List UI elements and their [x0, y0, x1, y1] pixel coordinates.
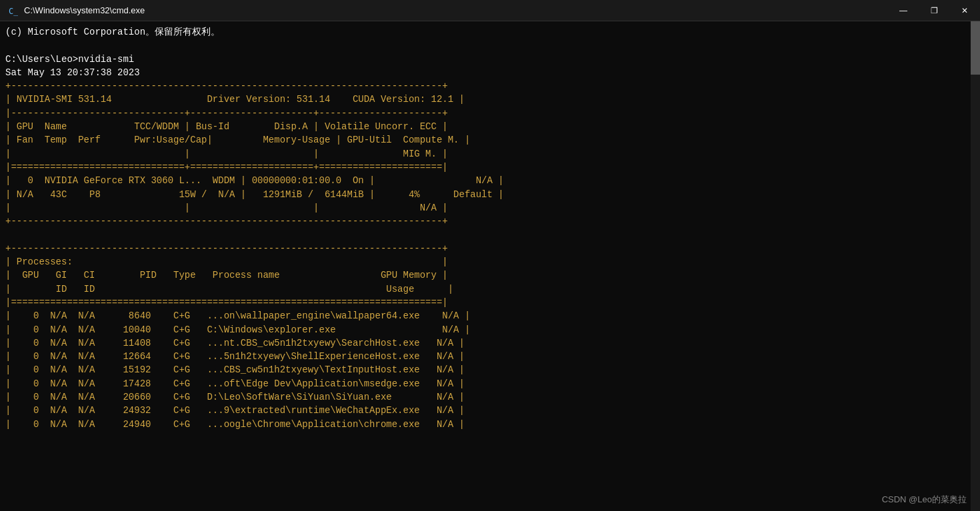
proc-row-1: | 0 N/A N/A 10040 C+G C:\Windows\explore… [5, 323, 975, 336]
cmd-icon: C_ [7, 5, 19, 17]
proc-row-5: | 0 N/A N/A 17428 C+G ...oft\Edge Dev\Ap… [5, 377, 975, 390]
terminal-area[interactable]: (c) Microsoft Corporation。保留所有权利。 C:\Use… [0, 21, 980, 511]
proc-row-2: | 0 N/A N/A 11408 C+G ...nt.CBS_cw5n1h2t… [5, 336, 975, 350]
date-line: Sat May 13 20:37:38 2023 [5, 66, 975, 79]
window-controls: — ❐ ✕ [888, 0, 980, 21]
smi-col-header1: | GPU Name TCC/WDDM | Bus-Id Disp.A | Vo… [5, 120, 975, 133]
smi-gpu-row3: | | | N/A | [5, 201, 975, 215]
window-title: C:\Windows\system32\cmd.exe [24, 5, 145, 15]
smi-border-bot: +---------------------------------------… [5, 215, 975, 228]
proc-col-header1: | GPU GI CI PID Type Process name GPU Me… [5, 268, 975, 282]
proc-border-eq: |=======================================… [5, 296, 975, 309]
blank-line-2 [5, 228, 975, 241]
copyright-line: (c) Microsoft Corporation。保留所有权利。 [5, 25, 975, 39]
prompt-line: C:\Users\Leo>nvidia-smi [5, 53, 975, 66]
smi-border-mid1: |-------------------------------+-------… [5, 107, 975, 120]
blank-line-1 [5, 39, 975, 52]
close-button[interactable]: ✕ [949, 0, 980, 21]
smi-col-header3: | | | MIG M. | [5, 147, 975, 161]
smi-col-header2: | Fan Temp Perf Pwr:Usage/Cap| Memory-Us… [5, 133, 975, 147]
proc-title: | Processes: | [5, 255, 975, 268]
restore-button[interactable]: ❐ [919, 0, 949, 21]
smi-gpu-row1: | 0 NVIDIA GeForce RTX 3060 L... WDDM | … [5, 174, 975, 187]
titlebar: C_ C:\Windows\system32\cmd.exe — ❐ ✕ [0, 0, 980, 21]
smi-gpu-row2: | N/A 43C P8 15W / N/A | 1291MiB / 6144M… [5, 188, 975, 201]
proc-col-header2: | ID ID Usage | [5, 282, 975, 296]
smi-border-top: +---------------------------------------… [5, 79, 975, 93]
proc-row-6: | 0 N/A N/A 20660 C+G D:\Leo\SoftWare\Si… [5, 390, 975, 404]
proc-row-4: | 0 N/A N/A 15192 C+G ...CBS_cw5n1h2txye… [5, 363, 975, 376]
watermark: CSDN @Leo的菜奥拉 [882, 494, 967, 506]
proc-row-7: | 0 N/A N/A 24932 C+G ...9\extracted\run… [5, 404, 975, 417]
smi-header-row1: | NVIDIA-SMI 531.14 Driver Version: 531.… [5, 93, 975, 106]
proc-row-0: | 0 N/A N/A 8640 C+G ...on\wallpaper_eng… [5, 309, 975, 322]
scrollbar-thumb[interactable] [971, 21, 980, 75]
proc-row-8: | 0 N/A N/A 24940 C+G ...oogle\Chrome\Ap… [5, 418, 975, 431]
minimize-button[interactable]: — [888, 0, 919, 21]
scrollbar[interactable] [971, 21, 980, 511]
proc-border-top: +---------------------------------------… [5, 242, 975, 255]
proc-row-3: | 0 N/A N/A 12664 C+G ...5n1h2txyewy\She… [5, 350, 975, 363]
smi-border-mid2: |===============================+=======… [5, 161, 975, 174]
svg-text:C_: C_ [9, 7, 18, 16]
